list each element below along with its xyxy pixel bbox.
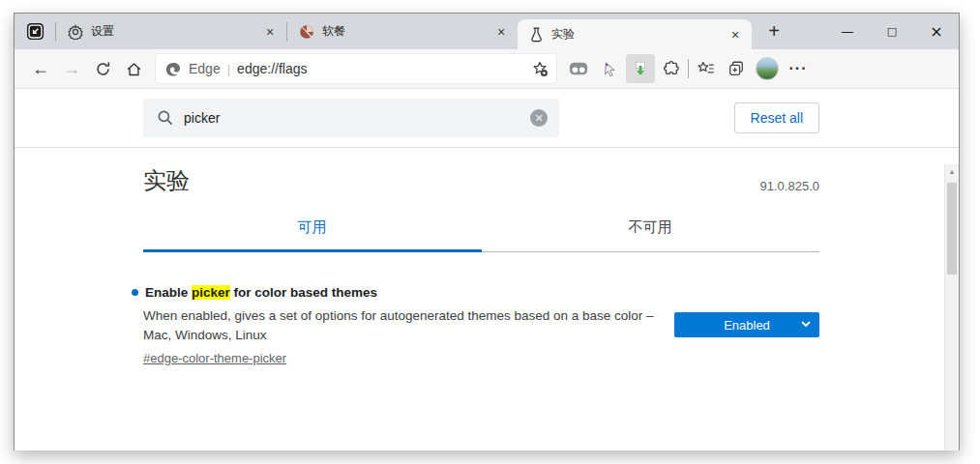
flags-header: 实验 91.0.825.0 [143, 165, 819, 196]
tab-actions-icon [26, 22, 45, 41]
flag-state-value: Enabled [724, 318, 770, 333]
favorites-button[interactable] [691, 54, 720, 83]
cursor-icon [601, 60, 618, 77]
url-text[interactable]: edge://flags [237, 61, 524, 76]
close-button[interactable]: × [914, 14, 959, 49]
edge-logo-icon [165, 61, 182, 77]
flag-description: When enabled, gives a set of options for… [143, 306, 656, 345]
home-icon [126, 61, 142, 77]
extensions-button[interactable] [657, 54, 686, 83]
address-separator: | [227, 62, 230, 76]
tab-close-icon[interactable]: × [727, 26, 744, 44]
goggles-icon [569, 61, 588, 76]
tab-available[interactable]: 可用 [143, 218, 482, 252]
tab-bar: 设置 × 软餐 × 实验 × + — □ × [15, 14, 959, 49]
flag-title-text: for color based themes [230, 285, 377, 300]
flags-page: ✕ Reset all 实验 91.0.825.0 可用 不可用 Enable … [15, 89, 959, 450]
scroll-up-arrow-icon[interactable]: ▲ [945, 164, 959, 179]
browser-window: 设置 × 软餐 × 实验 × + — □ × ← → [14, 13, 960, 450]
page-title: 实验 [143, 165, 190, 196]
scrollbar-thumb[interactable] [947, 183, 957, 275]
tab-ruancan[interactable]: 软餐 × [287, 14, 518, 49]
add-favorite-icon[interactable] [531, 60, 549, 77]
tab-experiments-active[interactable]: 实验 × [518, 19, 752, 49]
maximize-button[interactable]: □ [870, 14, 914, 49]
flag-entry: Enable picker for color based themes Whe… [143, 285, 819, 366]
flag-id-link[interactable]: #edge-color-theme-picker [143, 351, 286, 365]
gear-icon [68, 24, 83, 40]
tab-title: 实验 [551, 26, 719, 43]
tab-unavailable[interactable]: 不可用 [482, 218, 820, 252]
forward-button[interactable]: → [57, 54, 86, 83]
clear-search-icon[interactable]: ✕ [530, 109, 548, 127]
puzzle-icon [663, 60, 680, 77]
back-icon: ← [32, 59, 49, 79]
tab-title: 软餐 [322, 23, 485, 40]
tab-close-icon[interactable]: × [261, 23, 279, 41]
tab-settings[interactable]: 设置 × [56, 14, 286, 49]
download-icon [632, 60, 649, 77]
address-bar[interactable]: Edge | edge://flags [156, 54, 556, 83]
forward-icon: → [63, 59, 80, 79]
settings-more-button[interactable]: ··· [784, 54, 813, 83]
search-match-highlight: picker [192, 285, 230, 300]
extension-download-button[interactable] [626, 54, 655, 83]
chevron-down-icon [801, 321, 811, 328]
new-tab-button[interactable]: + [759, 17, 788, 46]
window-controls: — □ × [825, 14, 959, 49]
collections-icon [728, 60, 745, 77]
profile-button[interactable] [753, 54, 782, 83]
flask-icon [529, 27, 544, 43]
tab-title: 设置 [91, 23, 253, 40]
home-button[interactable] [119, 54, 148, 83]
scrollbar[interactable]: ▲ [944, 164, 959, 450]
site-favicon [299, 24, 314, 40]
refresh-button[interactable] [88, 54, 117, 83]
refresh-icon [95, 61, 111, 77]
flag-info: Enable picker for color based themes Whe… [143, 285, 656, 366]
flag-state-dropdown[interactable]: Enabled [674, 312, 819, 337]
tab-actions-menu-button[interactable] [15, 14, 55, 49]
toolbar: ← → Edge | edge://flags [15, 49, 959, 89]
changed-flag-bullet-icon [132, 289, 138, 296]
avatar [756, 57, 779, 80]
flags-search-box[interactable]: ✕ [143, 99, 559, 137]
collections-button[interactable] [722, 54, 751, 83]
flags-search-row: ✕ Reset all [15, 89, 959, 148]
toolbar-separator [688, 59, 689, 78]
more-icon: ··· [789, 60, 808, 77]
search-icon [157, 109, 174, 127]
reset-all-button[interactable]: Reset all [734, 102, 819, 133]
extension-cursor-button[interactable] [595, 54, 624, 83]
extension-goggles-button[interactable] [564, 54, 593, 83]
flag-title-text: Enable [145, 285, 192, 300]
flags-search-input[interactable] [184, 110, 520, 126]
flags-section-tabs: 可用 不可用 [143, 218, 819, 252]
flag-title: Enable picker for color based themes [143, 285, 656, 300]
minimize-button[interactable]: — [825, 14, 870, 49]
back-button[interactable]: ← [26, 54, 55, 83]
favorites-star-list-icon [697, 60, 715, 77]
version-label: 91.0.825.0 [760, 179, 819, 196]
site-label: Edge [189, 61, 221, 76]
tab-close-icon[interactable]: × [492, 23, 510, 41]
